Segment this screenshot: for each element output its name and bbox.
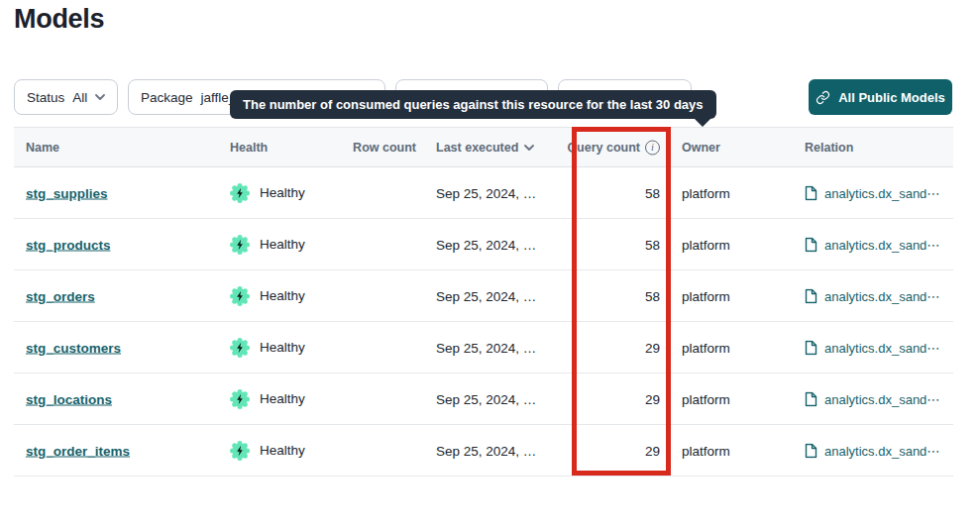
model-name-link[interactable]: stg_products	[26, 237, 111, 252]
query-count-tooltip: The number of consumed queries against t…	[230, 90, 716, 119]
column-header-row-count[interactable]: Row count	[347, 141, 416, 155]
column-header-query-count[interactable]: Query count i	[560, 140, 660, 155]
relation-value: analytics.dx_sand⋯	[824, 340, 939, 355]
health-cell: Healthy	[230, 235, 305, 255]
healthy-badge-icon	[230, 389, 250, 409]
column-header-last-executed[interactable]: Last executed	[436, 141, 534, 155]
all-public-models-button[interactable]: All Public Models	[809, 79, 952, 115]
document-icon	[805, 443, 817, 458]
healthy-badge-icon	[230, 235, 250, 255]
relation-link[interactable]: analytics.dx_sand⋯	[805, 288, 939, 303]
document-icon	[805, 340, 817, 355]
document-icon	[805, 288, 817, 303]
column-header-query-count-label: Query count	[567, 141, 640, 155]
link-icon	[816, 90, 830, 105]
column-header-relation[interactable]: Relation	[805, 141, 853, 155]
last-executed-value: Sep 25, 2024, …	[436, 288, 536, 303]
sort-chevron-icon	[524, 145, 534, 151]
health-cell: Healthy	[230, 441, 305, 461]
last-executed-value: Sep 25, 2024, …	[436, 185, 536, 200]
owner-value: platform	[682, 237, 730, 252]
table-row: stg_orders Healthy Sep 25, 2024, … 58 pl…	[14, 270, 953, 322]
health-cell: Healthy	[230, 183, 305, 203]
query-count-value: 58	[560, 288, 660, 303]
document-icon	[805, 391, 817, 406]
last-executed-value: Sep 25, 2024, …	[436, 340, 536, 355]
healthy-badge-icon	[230, 286, 250, 306]
status-filter-label: Status	[27, 90, 64, 105]
table-row: stg_order_items Healthy Sep 25, 2024, … …	[14, 425, 953, 477]
page-title: Models	[14, 4, 104, 35]
info-icon[interactable]: i	[645, 140, 660, 155]
health-label: Healthy	[260, 340, 305, 355]
table-row: stg_supplies Healthy Sep 25, 2024, … 58 …	[14, 167, 953, 219]
relation-link[interactable]: analytics.dx_sand⋯	[805, 443, 939, 458]
model-name-link[interactable]: stg_order_items	[26, 443, 130, 458]
owner-value: platform	[682, 340, 730, 355]
relation-link[interactable]: analytics.dx_sand⋯	[805, 340, 939, 355]
query-count-value: 58	[560, 185, 660, 200]
model-name-link[interactable]: stg_orders	[26, 288, 95, 303]
health-label: Healthy	[260, 185, 305, 200]
health-label: Healthy	[260, 443, 305, 458]
model-name-link[interactable]: stg_supplies	[26, 185, 108, 200]
last-executed-value: Sep 25, 2024, …	[436, 237, 536, 252]
column-header-owner[interactable]: Owner	[682, 141, 720, 155]
table-body: stg_supplies Healthy Sep 25, 2024, … 58 …	[14, 167, 953, 477]
query-count-value: 58	[560, 237, 660, 252]
healthy-badge-icon	[230, 441, 250, 461]
healthy-badge-icon	[230, 183, 250, 203]
relation-value: analytics.dx_sand⋯	[824, 443, 939, 458]
tooltip-text: The number of consumed queries against t…	[243, 97, 704, 112]
healthy-badge-icon	[230, 338, 250, 358]
column-header-last-executed-label: Last executed	[436, 141, 518, 155]
query-count-value: 29	[560, 391, 660, 406]
health-label: Healthy	[260, 237, 305, 252]
model-name-link[interactable]: stg_locations	[26, 391, 112, 406]
table-row: stg_products Healthy Sep 25, 2024, … 58 …	[14, 219, 953, 270]
document-icon	[805, 185, 817, 200]
owner-value: platform	[682, 443, 730, 458]
models-table: Name Health Row count Last executed Quer…	[14, 127, 953, 477]
health-label: Healthy	[260, 391, 305, 406]
health-cell: Healthy	[230, 338, 305, 358]
relation-link[interactable]: analytics.dx_sand⋯	[805, 391, 939, 406]
owner-value: platform	[682, 288, 730, 303]
table-row: stg_locations Healthy Sep 25, 2024, … 29…	[14, 373, 953, 425]
health-cell: Healthy	[230, 389, 305, 409]
relation-value: analytics.dx_sand⋯	[824, 391, 939, 406]
column-header-health[interactable]: Health	[230, 141, 268, 155]
column-header-name[interactable]: Name	[26, 141, 59, 155]
relation-value: analytics.dx_sand⋯	[824, 185, 939, 200]
tooltip-caret	[695, 119, 710, 127]
model-name-link[interactable]: stg_customers	[26, 340, 121, 355]
relation-value: analytics.dx_sand⋯	[824, 288, 939, 303]
package-filter-label: Package	[141, 90, 193, 105]
status-filter-dropdown[interactable]: Status All	[14, 79, 118, 115]
relation-value: analytics.dx_sand⋯	[824, 237, 939, 252]
last-executed-value: Sep 25, 2024, …	[436, 391, 536, 406]
health-label: Healthy	[260, 288, 305, 303]
table-header-row: Name Health Row count Last executed Quer…	[14, 127, 953, 167]
relation-link[interactable]: analytics.dx_sand⋯	[805, 185, 939, 200]
query-count-value: 29	[560, 443, 660, 458]
relation-link[interactable]: analytics.dx_sand⋯	[805, 237, 939, 252]
query-count-value: 29	[560, 340, 660, 355]
last-executed-value: Sep 25, 2024, …	[436, 443, 536, 458]
owner-value: platform	[682, 391, 730, 406]
table-row: stg_customers Healthy Sep 25, 2024, … 29…	[14, 322, 953, 373]
all-public-models-label: All Public Models	[838, 90, 945, 105]
chevron-down-icon	[95, 94, 105, 100]
status-filter-value: All	[72, 90, 87, 105]
document-icon	[805, 237, 817, 252]
owner-value: platform	[682, 185, 730, 200]
health-cell: Healthy	[230, 286, 305, 306]
